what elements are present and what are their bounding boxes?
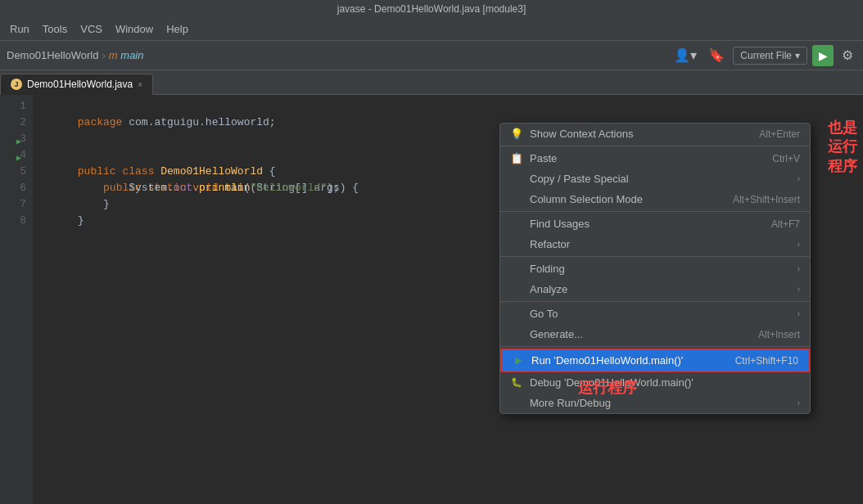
line-num-3: 3 [0, 131, 26, 147]
run-config-label: Current File [740, 50, 792, 61]
line-num-5: 5 [0, 164, 26, 180]
ctx-label-generate: Generate... [530, 328, 752, 340]
ctx-label-find-usages: Find Usages [530, 218, 765, 230]
ctx-shortcut-generate: Alt+Insert [758, 329, 800, 340]
ctx-sep-1 [500, 146, 810, 146]
line-num-6: 6 [0, 180, 26, 196]
title-bar: javase - Demo01HelloWorld.java [module3] [0, 0, 863, 18]
toolbar-right: 👤▾ 🔖 Current File ▾ ▶ ⚙ [671, 45, 856, 66]
ctx-arrow-more-run: › [797, 398, 800, 407]
ctx-label-analyze: Analyze [530, 283, 791, 295]
line-num-2: 2 [0, 115, 26, 131]
lightbulb-icon: 💡 [510, 128, 523, 140]
settings-icon-btn[interactable]: ⚙ [838, 46, 856, 65]
ctx-folding[interactable]: Folding › [500, 259, 810, 279]
ctx-show-context-actions[interactable]: 💡 Show Context Actions Alt+Enter [500, 124, 810, 144]
ctx-shortcut-show-context: Alt+Enter [759, 128, 800, 140]
breadcrumb-method[interactable]: m main [109, 49, 144, 61]
user-icon-btn[interactable]: 👤▾ [671, 46, 700, 65]
context-menu: 💡 Show Context Actions Alt+Enter 📋 Paste… [499, 123, 811, 414]
ctx-arrow-goto: › [797, 309, 800, 318]
line-num-1: 1 [0, 98, 26, 115]
tab-demo01helloworld[interactable]: J Demo01HelloWorld.java × [0, 74, 153, 95]
ctx-label-folding: Folding [530, 263, 791, 275]
ctx-copy-paste-special[interactable]: Copy / Paste Special › [500, 169, 810, 189]
ctx-shortcut-find-usages: Alt+F7 [771, 218, 800, 230]
ctx-label-column-selection: Column Selection Mode [530, 193, 726, 205]
ctx-sep-5 [500, 346, 810, 347]
line-num-4: 4 [0, 147, 26, 164]
line-num-8: 8 [0, 213, 26, 229]
ctx-generate[interactable]: Generate... Alt+Insert [500, 324, 810, 344]
menu-tools[interactable]: Tools [36, 20, 74, 38]
ctx-debug-main[interactable]: 🐛 Debug 'Demo01HelloWorld.main()' [500, 372, 810, 393]
ctx-refactor[interactable]: Refactor › [500, 234, 810, 254]
ctx-sep-4 [500, 301, 810, 302]
run-config-arrow: ▾ [795, 50, 800, 61]
ctx-sep-3 [500, 256, 810, 257]
ctx-label-run-main: Run 'Demo01HelloWorld.main()' [531, 354, 729, 367]
menu-bar: Run Tools VCS Window Help [0, 18, 863, 41]
run-play-icon: ▶ [512, 355, 525, 366]
menu-run[interactable]: Run [3, 20, 36, 38]
ctx-label-show-context: Show Context Actions [530, 128, 752, 140]
run-config-dropdown[interactable]: Current File ▾ [733, 47, 807, 65]
line-num-7: 7 [0, 196, 26, 213]
breadcrumb-project[interactable]: Demo01HelloWorld [7, 49, 98, 61]
ctx-shortcut-run-main: Ctrl+Shift+F10 [735, 355, 798, 367]
ctx-label-more-run: More Run/Debug [530, 397, 791, 409]
menu-window[interactable]: Window [109, 20, 160, 38]
ctx-shortcut-paste: Ctrl+V [772, 153, 800, 164]
breadcrumb: Demo01HelloWorld › m main [7, 49, 667, 61]
ctx-arrow-analyze: › [797, 285, 800, 294]
ctx-arrow-refactor: › [797, 240, 800, 249]
ctx-label-debug-main: Debug 'Demo01HelloWorld.main()' [530, 376, 800, 389]
ctx-arrow-copy-paste: › [797, 174, 800, 183]
ctx-more-run-debug[interactable]: More Run/Debug › [500, 393, 810, 413]
run-label-annotation: 运行程序 [578, 378, 637, 398]
ctx-paste[interactable]: 📋 Paste Ctrl+V [500, 148, 810, 169]
tab-bar: J Demo01HelloWorld.java × [0, 70, 863, 95]
ctx-goto[interactable]: Go To › [500, 304, 810, 324]
breadcrumb-separator: › [102, 49, 105, 61]
ctx-run-main[interactable]: ▶ Run 'Demo01HelloWorld.main()' Ctrl+Shi… [500, 349, 810, 372]
ctx-sep-2 [500, 211, 810, 212]
ctx-find-usages[interactable]: Find Usages Alt+F7 [500, 214, 810, 234]
tab-file-icon: J [11, 79, 22, 90]
title-text: javase - Demo01HelloWorld.java [module3] [337, 3, 526, 15]
bookmark-icon-btn[interactable]: 🔖 [705, 46, 728, 65]
toolbar: Demo01HelloWorld › m main 👤▾ 🔖 Current F… [0, 41, 863, 70]
menu-vcs[interactable]: VCS [74, 20, 109, 38]
ctx-arrow-folding: › [797, 264, 800, 273]
ctx-label-refactor: Refactor [530, 238, 791, 250]
tab-close-btn[interactable]: × [138, 80, 142, 89]
ctx-column-selection[interactable]: Column Selection Mode Alt+Shift+Insert [500, 189, 810, 209]
ctx-analyze[interactable]: Analyze › [500, 279, 810, 299]
debug-icon: 🐛 [510, 377, 523, 388]
ctx-label-goto: Go To [530, 308, 791, 320]
paste-icon: 📋 [510, 152, 523, 164]
tab-filename: Demo01HelloWorld.java [27, 79, 133, 90]
code-line-1: package com.atguigu.helloworld; [39, 98, 856, 115]
menu-help[interactable]: Help [160, 20, 195, 38]
side-annotation: 也是运行程序 [822, 119, 863, 177]
ctx-label-paste: Paste [530, 152, 766, 164]
ctx-shortcut-column-selection: Alt+Shift+Insert [733, 194, 800, 205]
ctx-label-copy-paste: Copy / Paste Special [530, 173, 791, 185]
run-play-button[interactable]: ▶ [812, 45, 834, 66]
